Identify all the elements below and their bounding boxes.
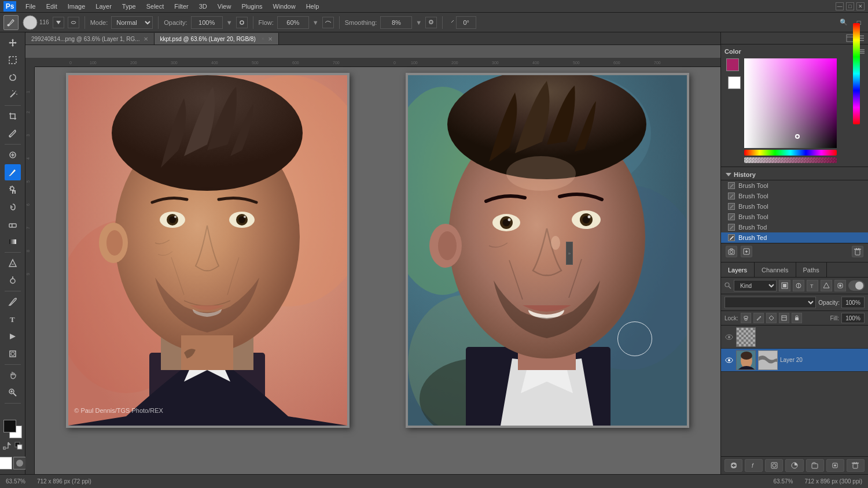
menu-type[interactable]: Type [117, 2, 141, 11]
alpha-slider[interactable] [744, 157, 837, 163]
menu-select[interactable]: Select [142, 2, 169, 11]
doc-tab-1[interactable]: 299240814...png @ 63.6% (Layer 1, RG... … [25, 33, 155, 45]
path-select-tool[interactable] [5, 328, 21, 345]
brush-angle-btn[interactable] [68, 17, 79, 28]
doc-tab-1-close[interactable]: ✕ [144, 36, 148, 42]
history-snapshot-btn[interactable] [726, 246, 737, 257]
add-layer-style-btn[interactable]: f [745, 459, 763, 472]
new-fill-adjustment-btn[interactable] [785, 459, 803, 472]
airbrush-btn[interactable] [322, 17, 334, 28]
menu-filter[interactable]: Filter [170, 2, 193, 11]
history-panel-arrow[interactable] [726, 172, 731, 178]
menu-view[interactable]: View [213, 2, 236, 11]
tab-channels[interactable]: Channels [755, 263, 796, 277]
layer-blend-mode[interactable]: Normal [724, 297, 816, 308]
brush-tool[interactable] [5, 164, 21, 180]
history-delete-btn[interactable] [852, 246, 863, 257]
type-filter-btn[interactable]: T [807, 280, 818, 291]
blur-tool[interactable] [5, 255, 21, 271]
new-layer-btn[interactable] [826, 459, 844, 472]
lasso-tool[interactable] [5, 69, 21, 86]
gradient-tool[interactable] [5, 234, 21, 250]
menu-window[interactable]: Window [269, 2, 300, 11]
tab-layers[interactable]: Layers [721, 263, 755, 277]
crop-tool[interactable] [5, 108, 21, 124]
shape-filter-btn[interactable] [821, 280, 832, 291]
lock-position-btn[interactable] [766, 313, 777, 323]
flow-input[interactable]: 60% [277, 16, 309, 29]
layer-visibility-1[interactable] [724, 332, 734, 342]
history-item-1[interactable]: Brush Tool [721, 180, 868, 191]
move-tool[interactable] [5, 35, 21, 51]
lock-all-btn[interactable] [792, 313, 802, 323]
hue-slider[interactable] [744, 150, 837, 156]
delete-layer-btn[interactable] [847, 459, 865, 472]
eraser-tool[interactable] [5, 216, 21, 232]
new-group-btn[interactable] [806, 459, 824, 472]
doc-tab-2[interactable]: kkpt.psd @ 63.6% (Layer 20, RGB/8) × ✕ [155, 33, 279, 45]
history-item-2[interactable]: Brush Tool [721, 191, 868, 201]
menu-layer[interactable]: Layer [91, 2, 116, 11]
brush-tool-option[interactable] [3, 15, 19, 30]
foreground-swatch[interactable] [3, 420, 16, 432]
history-brush-tool[interactable] [5, 199, 21, 215]
background-color-swatch[interactable] [728, 76, 741, 89]
foreground-color-swatch[interactable] [726, 58, 739, 71]
fill-input[interactable]: 100% [841, 313, 865, 323]
menu-file[interactable]: File [21, 2, 41, 11]
default-colors-icon[interactable] [14, 442, 23, 450]
angle-input[interactable]: 0° [456, 16, 476, 29]
history-item-6[interactable]: Brush Ted [721, 232, 868, 243]
quick-mask-btn[interactable] [13, 457, 26, 469]
panel-collapse-btn[interactable]: » [566, 242, 573, 265]
lock-pixels-btn[interactable] [741, 313, 751, 323]
pixel-filter-btn[interactable] [779, 280, 790, 291]
link-layers-btn[interactable] [724, 459, 742, 472]
history-item-5[interactable]: Brush Tod [721, 222, 868, 232]
rectangular-select-tool[interactable] [5, 52, 21, 68]
brush-settings-btn[interactable] [53, 17, 64, 28]
history-item-4[interactable]: Brush Tool [721, 212, 868, 222]
menu-3d[interactable]: 3D [194, 2, 212, 11]
switch-colors-icon[interactable] [3, 442, 11, 450]
shape-tool[interactable] [5, 346, 21, 362]
smoothing-chevron[interactable]: ▼ [415, 19, 422, 26]
smoothing-input[interactable]: 8% [380, 16, 412, 29]
layer-item-empty[interactable] [721, 326, 868, 349]
always-use-pressure-btn[interactable] [236, 17, 248, 28]
menu-plugins[interactable]: Plugins [237, 2, 267, 11]
doc-tab-2-close[interactable]: ✕ [268, 36, 273, 42]
menu-image[interactable]: Image [63, 2, 90, 11]
pen-tool[interactable] [5, 294, 21, 310]
opacity-input[interactable]: 100% [191, 16, 223, 29]
blend-mode-select[interactable]: Normal Dissolve Multiply [111, 16, 153, 29]
color-gradient-picker[interactable] [744, 58, 837, 148]
hand-tool[interactable] [5, 367, 21, 383]
history-item-3[interactable]: Brush Tool [721, 201, 868, 212]
search-btn[interactable]: 🔍 [838, 17, 849, 28]
layers-kind-filter[interactable]: Kind Name Effect Mode Attribute Color [734, 280, 777, 291]
zoom-tool[interactable] [5, 385, 21, 401]
maximize-button[interactable]: □ [846, 2, 854, 10]
close-button[interactable]: ✕ [856, 2, 865, 10]
type-tool[interactable]: T [5, 311, 21, 327]
layer-visibility-20[interactable] [724, 356, 734, 365]
opacity-chevron[interactable]: ▼ [226, 19, 233, 26]
menu-help[interactable]: Help [301, 2, 324, 11]
minimize-button[interactable]: — [836, 2, 844, 10]
layer-opacity-input[interactable]: 100% [841, 297, 865, 308]
adjustment-filter-btn[interactable] [793, 280, 804, 291]
eyedropper-tool[interactable] [5, 125, 21, 142]
menu-edit[interactable]: Edit [42, 2, 62, 11]
add-mask-btn[interactable] [765, 459, 783, 472]
lock-artboards-btn[interactable] [779, 313, 789, 323]
tab-paths[interactable]: Paths [796, 263, 827, 277]
smoothing-settings-btn[interactable]: ⚙ [425, 17, 437, 28]
healing-brush-tool[interactable] [5, 147, 21, 163]
normal-mode-btn[interactable] [0, 457, 12, 469]
clone-stamp-tool[interactable] [5, 182, 21, 198]
filter-toggle[interactable] [848, 280, 865, 291]
magic-wand-tool[interactable] [5, 87, 21, 103]
smart-filter-btn[interactable] [834, 280, 846, 291]
layer-item-20[interactable]: Layer 20 [721, 349, 868, 372]
